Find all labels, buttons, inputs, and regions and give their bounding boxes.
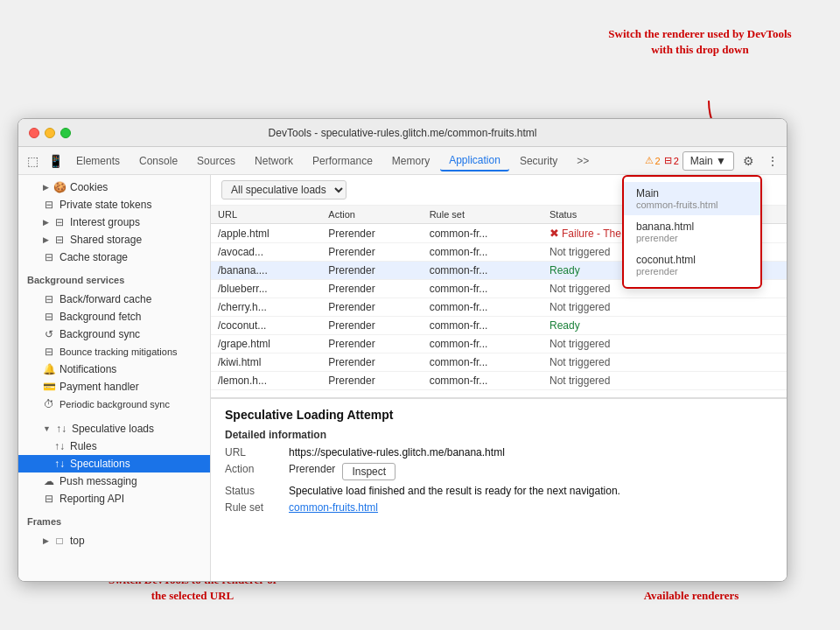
tab-security[interactable]: Security — [511, 151, 566, 171]
sidebar-item-top-frame[interactable]: ▶ □ top — [18, 532, 210, 550]
tab-network[interactable]: Network — [246, 151, 302, 171]
inspect-button[interactable]: Inspect — [342, 463, 396, 480]
sidebar-frames-label: Frames — [18, 511, 210, 528]
cell-ruleset: common-fr... — [423, 280, 542, 298]
sidebar-label-bg-fetch: Background fetch — [60, 311, 141, 323]
more-options-icon[interactable]: ⋮ — [762, 150, 783, 172]
renderer-item-main[interactable]: Main common-fruits.html — [624, 182, 760, 215]
renderer-coconut-title: coconut.html — [636, 254, 748, 266]
tab-memory[interactable]: Memory — [383, 151, 438, 171]
toolbar-right: ⚠ 2 ⊟ 2 Main ▼ ⚙ ⋮ — [645, 150, 783, 172]
sidebar-label-push-messaging: Push messaging — [60, 475, 137, 487]
sidebar-section-speculative: ▼ ↑↓ Speculative loads ↑↓ Rules ↑↓ Specu… — [18, 416, 210, 511]
sidebar-item-private-tokens[interactable]: ⊟ Private state tokens — [18, 196, 210, 214]
expand-icon-3: ▶ — [43, 235, 49, 244]
cell-ruleset: common-fr... — [423, 317, 542, 335]
sidebar-item-periodic-bg-sync[interactable]: ⏱ Periodic background sync — [18, 396, 210, 413]
sidebar-label-speculations: Speculations — [70, 458, 130, 470]
cell-url: /lemon.h... — [211, 372, 321, 390]
detail-status-row: Status Speculative load finished and the… — [225, 485, 773, 497]
sidebar-item-bounce-tracking[interactable]: ⊟ Bounce tracking mitigations — [18, 343, 210, 360]
tab-performance[interactable]: Performance — [304, 151, 382, 171]
renderer-main-title: Main — [636, 187, 748, 200]
sidebar-item-notifications[interactable]: 🔔 Notifications — [18, 360, 210, 378]
tab-console[interactable]: Console — [130, 151, 186, 171]
cell-ruleset: common-fr... — [423, 335, 542, 354]
detail-url-row: URL https://speculative-rules.glitch.me/… — [225, 446, 773, 458]
cell-action: Prerender — [321, 298, 422, 317]
sidebar-label-reporting-api: Reporting API — [60, 493, 124, 505]
speculative-expand-icon: ▼ — [43, 424, 51, 433]
detail-action-prerender: Prerender — [289, 463, 335, 475]
detail-status-value: Speculative load finished and the result… — [289, 485, 620, 497]
bfcache-icon: ⊟ — [43, 293, 55, 305]
sidebar-item-reporting-api[interactable]: ⊟ Reporting API — [18, 490, 210, 508]
detail-action-row: Action Prerender Inspect — [225, 463, 773, 480]
sidebar-label-top: top — [70, 535, 85, 547]
tab-more[interactable]: >> — [568, 151, 598, 171]
table-row[interactable]: /kiwi.htmlPrerendercommon-fr...Not trigg… — [211, 354, 787, 372]
cell-ruleset: common-fr... — [423, 224, 542, 243]
top-expand-icon: ▶ — [43, 536, 49, 545]
notifications-icon: 🔔 — [43, 363, 55, 375]
table-row[interactable]: /grape.htmlPrerendercommon-fr...Not trig… — [211, 335, 787, 354]
cell-url: /coconut... — [211, 317, 321, 335]
sidebar-item-cache-storage[interactable]: ⊟ Cache storage — [18, 248, 210, 266]
bg-sync-icon: ↺ — [43, 328, 55, 340]
cell-action: Prerender — [321, 317, 422, 335]
detail-status-label: Status — [225, 485, 282, 497]
maximize-button[interactable] — [60, 128, 71, 138]
sidebar-section-frames: ▶ □ top — [18, 528, 210, 553]
close-button[interactable] — [29, 128, 39, 138]
minimize-button[interactable] — [45, 128, 55, 138]
renderer-main-sub: common-fruits.html — [636, 200, 748, 210]
table-row[interactable]: /coconut...Prerendercommon-fr...Ready — [211, 317, 787, 335]
table-row[interactable]: /cherry.h...Prerendercommon-fr...Not tri… — [211, 298, 787, 317]
sidebar-item-bg-sync[interactable]: ↺ Background sync — [18, 326, 210, 343]
table-row[interactable]: /lemon.h...Prerendercommon-fr...Not trig… — [211, 372, 787, 390]
sidebar-label-rules: Rules — [70, 440, 97, 452]
sidebar-item-speculations[interactable]: ↑↓ Speculations — [18, 455, 210, 472]
cell-url: /grape.html — [211, 335, 321, 354]
sidebar-item-bfcache[interactable]: ⊟ Back/forward cache — [18, 290, 210, 308]
cell-status: Not triggered — [542, 372, 787, 390]
shared-storage-icon: ⊟ — [53, 234, 66, 246]
sidebar-item-cookies[interactable]: ▶ 🍪 Cookies — [18, 178, 210, 196]
sidebar-section-storage: ▶ 🍪 Cookies ⊟ Private state tokens ▶ ⊟ I… — [18, 175, 210, 270]
title-bar: DevTools - speculative-rules.glitch.me/c… — [18, 119, 787, 147]
tab-elements[interactable]: Elements — [67, 151, 129, 171]
warn-count: 2 — [655, 156, 661, 166]
rules-icon: ↑↓ — [53, 440, 66, 452]
tab-sources[interactable]: Sources — [188, 151, 244, 171]
detail-subtitle: Detailed information — [225, 429, 773, 441]
sidebar-item-push-messaging[interactable]: ☁ Push messaging — [18, 472, 210, 490]
sidebar-item-interest-groups[interactable]: ▶ ⊟ Interest groups — [18, 214, 210, 231]
sidebar-label-private-tokens: Private state tokens — [60, 199, 151, 211]
sidebar-label-bounce-tracking: Bounce tracking mitigations — [60, 346, 178, 357]
sidebar-item-payment-handler[interactable]: 💳 Payment handler — [18, 378, 210, 396]
detail-ruleset-link[interactable]: common-fruits.html — [289, 501, 378, 514]
device-icon[interactable]: 📱 — [45, 150, 66, 172]
sidebar-item-speculative-loads[interactable]: ▼ ↑↓ Speculative loads — [18, 420, 210, 438]
sidebar-item-bg-fetch[interactable]: ⊟ Background fetch — [18, 308, 210, 326]
col-action: Action — [321, 206, 422, 224]
tab-application[interactable]: Application — [440, 150, 509, 172]
periodic-bg-sync-icon: ⏱ — [43, 398, 55, 410]
sidebar-item-shared-storage[interactable]: ▶ ⊟ Shared storage — [18, 231, 210, 248]
renderer-item-coconut[interactable]: coconut.html prerender — [624, 248, 760, 282]
filter-select[interactable]: All speculative loads — [221, 180, 346, 200]
settings-icon[interactable]: ⚙ — [738, 150, 759, 172]
renderer-dropdown-btn[interactable]: Main ▼ — [682, 151, 734, 171]
devtools-window: DevTools - speculative-rules.glitch.me/c… — [18, 118, 788, 582]
sidebar-item-rules[interactable]: ↑↓ Rules — [18, 438, 210, 455]
sidebar: ▶ 🍪 Cookies ⊟ Private state tokens ▶ ⊟ I… — [18, 175, 211, 581]
detail-ruleset-label: Rule set — [225, 501, 282, 514]
sidebar-label-shared-storage: Shared storage — [70, 234, 142, 246]
error-icon: ⊟ — [664, 155, 672, 166]
cell-status: Not triggered — [542, 354, 787, 372]
inspect-icon[interactable]: ⬚ — [22, 150, 43, 172]
warning-badge: ⚠ 2 — [645, 155, 661, 166]
sidebar-label-bg-sync: Background sync — [60, 328, 140, 340]
renderer-item-banana[interactable]: banana.html prerender — [624, 215, 760, 248]
detail-url-value: https://speculative-rules.glitch.me/bana… — [289, 446, 505, 458]
